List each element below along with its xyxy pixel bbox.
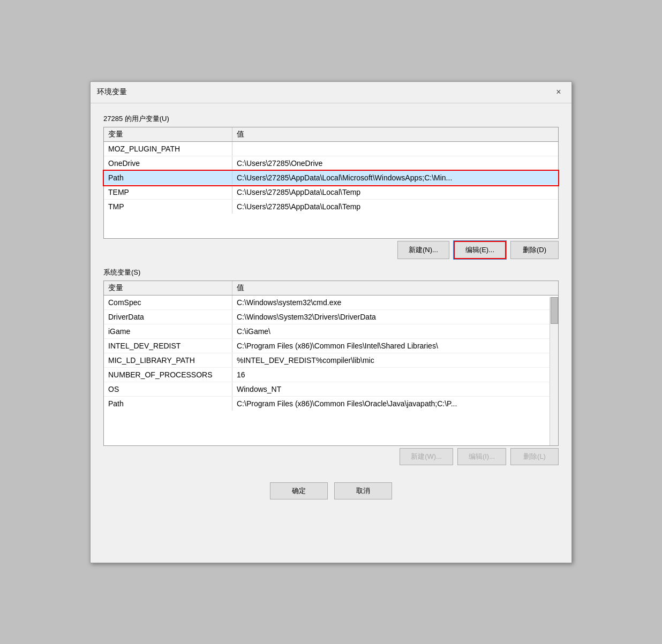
system-vars-title: 系统变量(S) [103, 268, 559, 277]
sys-row-7-var: Path [104, 397, 232, 411]
user-row-1-var: OneDrive [104, 156, 232, 170]
system-delete-button[interactable]: 删除(L) [510, 448, 559, 465]
sys-row-0[interactable]: ComSpec C:\Windows\system32\cmd.exe [104, 296, 558, 310]
user-vars-buttons: 新建(N)... 编辑(E)... 删除(D) [103, 241, 559, 259]
user-vars-body: MOZ_PLUGIN_PATH OneDrive C:\Users\27285\… [104, 142, 558, 238]
sys-row-5-val: 16 [232, 368, 558, 382]
user-row-3[interactable]: TEMP C:\Users\27285\AppData\Local\Temp [104, 185, 558, 200]
environment-variables-dialog: 环境变量 × 27285 的用户变量(U) 变量 值 MOZ_PLUGIN_PA… [90, 81, 572, 563]
sys-row-5[interactable]: NUMBER_OF_PROCESSORS 16 [104, 368, 558, 382]
system-vars-table: 变量 值 ComSpec C:\Windows\system32\cmd.exe… [103, 281, 559, 446]
user-row-4-val: C:\Users\27285\AppData\Local\Temp [232, 200, 558, 214]
user-row-4[interactable]: TMP C:\Users\27285\AppData\Local\Temp [104, 200, 558, 214]
scrollbar-track[interactable] [550, 297, 558, 445]
system-vars-scroll[interactable]: ComSpec C:\Windows\system32\cmd.exe Driv… [104, 296, 558, 445]
user-vars-title: 27285 的用户变量(U) [103, 114, 559, 124]
cancel-button[interactable]: 取消 [334, 482, 392, 499]
sys-row-1-val: C:\Windows\System32\Drivers\DriverData [232, 310, 558, 324]
system-vars-section: 系统变量(S) 变量 值 ComSpec C:\Windows\system32… [103, 268, 559, 465]
user-row-1[interactable]: OneDrive C:\Users\27285\OneDrive [104, 156, 558, 171]
system-header-val: 值 [232, 281, 558, 295]
ok-button[interactable]: 确定 [270, 482, 328, 499]
user-vars-header: 变量 值 [104, 127, 558, 142]
system-header-var: 变量 [104, 281, 232, 295]
sys-row-0-val: C:\Windows\system32\cmd.exe [232, 296, 558, 309]
system-vars-buttons: 新建(W)... 编辑(I)... 删除(L) [103, 448, 559, 465]
sys-row-6-var: OS [104, 382, 232, 396]
user-row-0-var: MOZ_PLUGIN_PATH [104, 142, 232, 156]
user-row-4-var: TMP [104, 200, 232, 214]
sys-row-7-val: C:\Program Files (x86)\Common Files\Orac… [232, 397, 558, 411]
sys-row-2-val: C:\iGame\ [232, 324, 558, 338]
user-row-0-val [232, 142, 558, 156]
title-bar: 环境变量 × [91, 82, 571, 103]
user-row-3-var: TEMP [104, 185, 232, 199]
user-row-2-var: Path [104, 171, 232, 185]
user-row-0[interactable]: MOZ_PLUGIN_PATH [104, 142, 558, 156]
scrollbar-thumb[interactable] [551, 297, 558, 324]
sys-row-4-var: MIC_LD_LIBRARY_PATH [104, 353, 232, 367]
user-edit-button[interactable]: 编辑(E)... [454, 241, 506, 259]
sys-row-5-var: NUMBER_OF_PROCESSORS [104, 368, 232, 382]
sys-row-3-var: INTEL_DEV_REDIST [104, 339, 232, 353]
user-vars-table: 变量 值 MOZ_PLUGIN_PATH OneDrive C:\Users\2… [103, 127, 559, 239]
user-row-2-path[interactable]: Path C:\Users\27285\AppData\Local\Micros… [104, 171, 558, 185]
sys-row-2[interactable]: iGame C:\iGame\ [104, 324, 558, 339]
system-edit-button[interactable]: 编辑(I)... [457, 448, 506, 465]
user-row-2-val: C:\Users\27285\AppData\Local\Microsoft\W… [232, 171, 558, 185]
user-header-var: 变量 [104, 127, 232, 141]
system-new-button[interactable]: 新建(W)... [400, 448, 453, 465]
sys-row-2-var: iGame [104, 324, 232, 338]
sys-row-1-var: DriverData [104, 310, 232, 324]
user-new-button[interactable]: 新建(N)... [397, 241, 449, 259]
sys-row-0-var: ComSpec [104, 296, 232, 309]
sys-row-3[interactable]: INTEL_DEV_REDIST C:\Program Files (x86)\… [104, 339, 558, 353]
user-row-1-val: C:\Users\27285\OneDrive [232, 156, 558, 170]
sys-row-7[interactable]: Path C:\Program Files (x86)\Common Files… [104, 397, 558, 411]
dialog-body: 27285 的用户变量(U) 变量 值 MOZ_PLUGIN_PATH OneD… [91, 103, 571, 563]
user-vars-section: 27285 的用户变量(U) 变量 值 MOZ_PLUGIN_PATH OneD… [103, 114, 559, 259]
dialog-title: 环境变量 [97, 87, 127, 97]
footer-buttons: 确定 取消 [103, 474, 559, 510]
sys-row-6[interactable]: OS Windows_NT [104, 382, 558, 397]
user-header-val: 值 [232, 127, 558, 141]
sys-row-1[interactable]: DriverData C:\Windows\System32\Drivers\D… [104, 310, 558, 324]
sys-row-4[interactable]: MIC_LD_LIBRARY_PATH %INTEL_DEV_REDIST%co… [104, 353, 558, 368]
user-delete-button[interactable]: 删除(D) [510, 241, 559, 259]
system-vars-header: 变量 值 [104, 281, 558, 296]
close-button[interactable]: × [552, 86, 565, 99]
user-row-3-val: C:\Users\27285\AppData\Local\Temp [232, 185, 558, 199]
sys-row-3-val: C:\Program Files (x86)\Common Files\Inte… [232, 339, 558, 353]
sys-row-4-val: %INTEL_DEV_REDIST%compiler\lib\mic [232, 353, 558, 367]
sys-row-6-val: Windows_NT [232, 382, 558, 396]
